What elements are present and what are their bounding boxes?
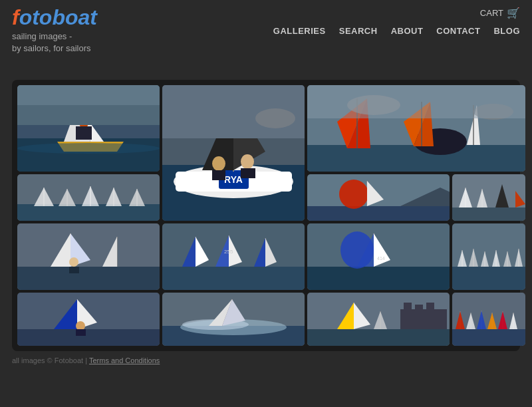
gallery-image-2[interactable]: RYA (162, 85, 305, 221)
gallery-image-10[interactable] (452, 223, 525, 290)
logo-f-letter: f (12, 5, 19, 29)
logo[interactable]: fotoboat (12, 7, 97, 28)
gallery-image-6[interactable] (452, 174, 525, 221)
svg-text:RYA: RYA (224, 174, 243, 185)
svg-rect-74 (69, 267, 79, 273)
footer-copyright: all images © Fotoboat | (12, 356, 89, 364)
nav-galleries[interactable]: GALLERIES (273, 26, 326, 36)
svg-rect-67 (17, 267, 160, 290)
cart-label: CART (480, 8, 503, 18)
gallery-image-11[interactable] (17, 293, 160, 346)
svg-rect-27 (307, 145, 525, 172)
svg-rect-134 (452, 329, 525, 346)
svg-rect-23 (241, 168, 255, 178)
svg-rect-39 (307, 85, 525, 118)
gallery-grid: RYA (17, 85, 515, 346)
gallery-image-12[interactable] (162, 293, 305, 346)
nav-about[interactable]: ABOUT (391, 26, 424, 36)
terms-link[interactable]: Terms and Conditions (89, 356, 160, 364)
gallery-image-9[interactable]: 414 (307, 223, 450, 290)
svg-rect-41 (17, 204, 160, 221)
top-right-area: CART 🛒 GALLERIES SEARCH ABOUT CONTACT BL… (273, 7, 520, 36)
gallery-image-1[interactable] (17, 85, 160, 172)
svg-rect-127 (426, 303, 434, 313)
nav-blog[interactable]: BLOG (493, 26, 520, 36)
svg-rect-126 (415, 305, 423, 313)
svg-rect-76 (162, 267, 305, 290)
header: fotoboat sailing images - by sailors, fo… (0, 0, 532, 80)
svg-point-7 (17, 143, 160, 154)
main-nav: GALLERIES SEARCH ABOUT CONTACT BLOG (273, 26, 520, 36)
svg-point-22 (241, 154, 254, 169)
svg-rect-53 (307, 206, 450, 221)
svg-rect-88 (307, 267, 450, 290)
cart-area[interactable]: CART 🛒 (480, 7, 520, 19)
svg-rect-6 (76, 126, 92, 140)
gallery-image-14[interactable] (452, 293, 525, 346)
svg-point-73 (69, 257, 78, 267)
nav-search[interactable]: SEARCH (339, 26, 378, 36)
gallery-image-4[interactable] (17, 174, 160, 221)
gallery-image-8[interactable]: 255 (162, 223, 305, 290)
svg-rect-109 (17, 329, 160, 346)
svg-text:414: 414 (377, 256, 385, 261)
svg-rect-125 (404, 303, 412, 313)
svg-rect-21 (212, 170, 225, 180)
gallery-container: RYA (12, 80, 520, 351)
logo-area: fotoboat sailing images - by sailors, fo… (12, 7, 97, 55)
tagline: sailing images - by sailors, for sailors (12, 31, 97, 55)
svg-rect-59 (452, 207, 525, 221)
svg-rect-114 (76, 329, 86, 336)
svg-point-92 (340, 231, 374, 269)
cart-icon: 🛒 (507, 7, 520, 19)
gallery-image-13[interactable] (307, 293, 450, 346)
svg-point-25 (255, 108, 295, 128)
svg-rect-10 (17, 85, 160, 105)
logo-rest: otoboat (19, 5, 97, 29)
svg-rect-123 (307, 329, 450, 346)
gallery-image-5[interactable] (307, 174, 450, 221)
svg-rect-95 (452, 267, 525, 290)
footer: all images © Fotoboat | Terms and Condit… (0, 351, 532, 370)
svg-point-113 (76, 321, 85, 331)
svg-text:255: 255 (224, 249, 233, 255)
svg-point-20 (212, 156, 225, 171)
gallery-image-3[interactable] (307, 85, 525, 172)
gallery-image-7[interactable] (17, 223, 160, 290)
nav-contact[interactable]: CONTACT (436, 26, 480, 36)
svg-point-56 (339, 180, 368, 209)
